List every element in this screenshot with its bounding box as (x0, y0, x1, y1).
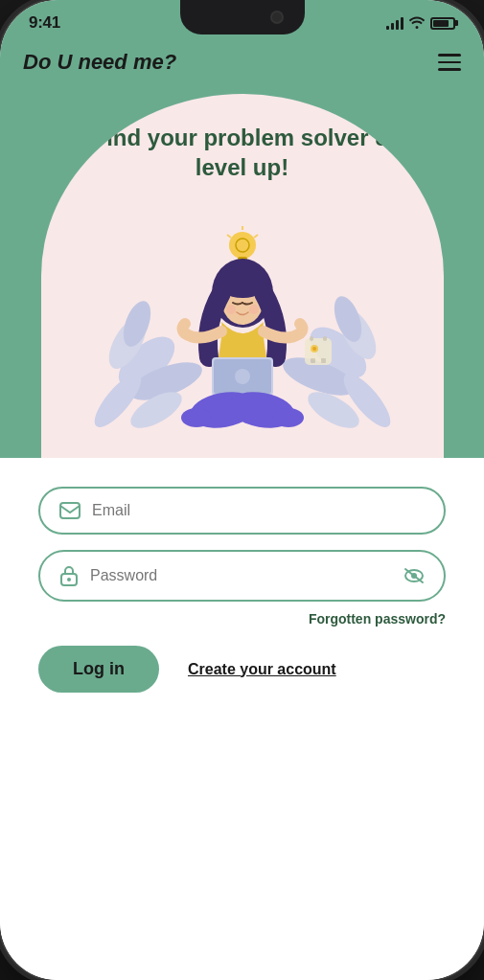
app-logo: Do U need me? (23, 50, 176, 75)
battery-icon (430, 17, 455, 30)
hero-section: Find your problem solver & level up! (0, 94, 484, 458)
svg-line-16 (254, 235, 258, 238)
password-input[interactable] (90, 567, 392, 584)
svg-rect-38 (60, 503, 80, 518)
password-input-wrapper (38, 550, 446, 602)
illustration (41, 182, 444, 458)
email-input-wrapper (38, 487, 446, 535)
email-input[interactable] (92, 502, 425, 519)
actions-row: Log in Create your account (38, 646, 446, 693)
svg-rect-37 (323, 336, 327, 341)
create-account-link[interactable]: Create your account (188, 661, 336, 678)
svg-point-12 (229, 232, 256, 259)
forgotten-password-link[interactable]: Forgotten password? (38, 611, 446, 627)
svg-point-22 (226, 305, 236, 314)
status-time: 9:41 (29, 13, 60, 33)
hero-circle: Find your problem solver & level up! (41, 94, 444, 458)
svg-point-40 (67, 578, 71, 581)
svg-point-30 (273, 408, 304, 427)
email-icon (59, 502, 81, 519)
svg-rect-34 (311, 358, 315, 363)
svg-point-23 (249, 305, 259, 314)
svg-point-26 (235, 369, 250, 384)
hamburger-menu-icon[interactable] (438, 54, 461, 71)
lock-icon (59, 565, 79, 586)
notch (180, 0, 305, 34)
front-camera (270, 11, 284, 24)
screen: 9:41 (0, 0, 484, 980)
login-button[interactable]: Log in (38, 646, 159, 693)
status-icons (386, 15, 455, 32)
phone-frame: 9:41 (0, 0, 484, 980)
svg-rect-31 (305, 338, 332, 365)
hero-title: Find your problem solver & level up! (41, 123, 444, 182)
svg-point-29 (181, 408, 212, 427)
eye-slash-icon[interactable] (403, 567, 425, 584)
svg-line-17 (227, 235, 231, 238)
svg-point-33 (312, 347, 316, 351)
svg-rect-36 (310, 336, 313, 341)
wifi-icon (409, 15, 425, 32)
app-header: Do U need me? (0, 40, 484, 94)
svg-rect-35 (321, 358, 326, 363)
form-section: Forgotten password? Log in Create your a… (0, 458, 484, 980)
signal-icon (386, 16, 403, 30)
